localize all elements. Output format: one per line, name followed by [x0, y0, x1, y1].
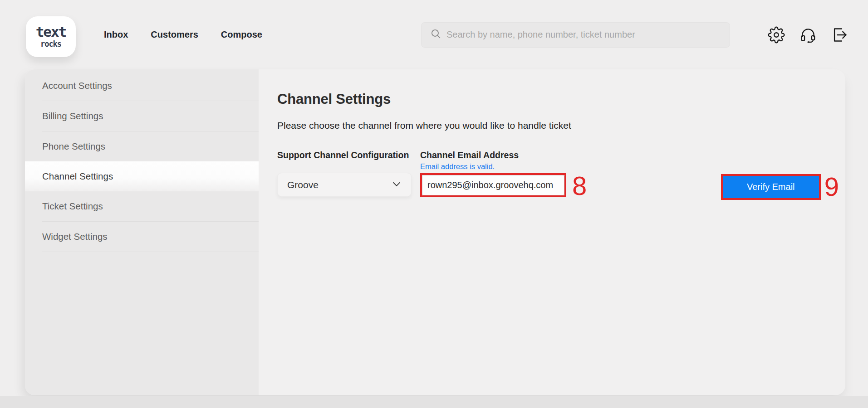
verify-button-annotation-box: Verify Email [721, 174, 821, 200]
page-bottom-strip [0, 396, 868, 408]
sidebar-item-phone-settings[interactable]: Phone Settings [25, 131, 259, 161]
sidebar-item-billing-settings[interactable]: Billing Settings [25, 101, 259, 131]
channel-email-label: Channel Email Address [420, 150, 566, 160]
sidebar-item-channel-settings[interactable]: Channel Settings [25, 161, 259, 191]
sidebar-item-widget-settings[interactable]: Widget Settings [25, 222, 259, 252]
nav-item-inbox[interactable]: Inbox [104, 29, 128, 40]
email-input-annotation-box [420, 173, 566, 197]
top-bar: text rocks Inbox Customers Compose [0, 0, 868, 69]
support-channel-label: Support Channel Configuration [277, 150, 412, 160]
chevron-down-icon [391, 178, 402, 192]
verify-email-area: Verify Email 9 [721, 174, 839, 200]
search-icon [430, 28, 441, 41]
logout-icon[interactable] [831, 26, 848, 44]
page-title: Channel Settings [277, 91, 839, 107]
email-valid-note: Email address is valid. [420, 162, 566, 171]
annotation-number-8: 8 [572, 173, 587, 199]
support-channel-field: Support Channel Configuration Groove [277, 150, 412, 197]
page-subtitle: Please choose the channel from where you… [277, 120, 839, 131]
settings-sidebar: Account Settings Billing Settings Phone … [25, 69, 259, 395]
channel-email-field: Channel Email Address Email address is v… [420, 150, 566, 197]
settings-card: Account Settings Billing Settings Phone … [25, 69, 845, 395]
channel-settings-panel: Channel Settings Please choose the chann… [259, 69, 845, 395]
verify-email-button[interactable]: Verify Email [723, 176, 819, 198]
sidebar-divider [42, 252, 259, 252]
app-window: text rocks Inbox Customers Compose [0, 0, 868, 408]
support-channel-select[interactable]: Groove [277, 173, 412, 197]
search-input[interactable] [446, 29, 723, 40]
support-headset-icon[interactable] [799, 26, 817, 44]
search-bar[interactable] [421, 22, 730, 48]
brand-logo-text: text [36, 25, 66, 39]
settings-gear-icon[interactable] [768, 26, 785, 44]
channel-email-input[interactable] [422, 175, 564, 195]
channel-form-row: Support Channel Configuration Groove Cha… [277, 150, 839, 200]
brand-logo[interactable]: text rocks [26, 16, 76, 57]
nav-item-customers[interactable]: Customers [151, 29, 198, 40]
brand-logo-subtext: rocks [40, 40, 61, 48]
header-actions [768, 26, 848, 44]
sidebar-item-ticket-settings[interactable]: Ticket Settings [25, 191, 259, 221]
support-channel-selected-value: Groove [287, 180, 319, 190]
annotation-number-9: 9 [824, 174, 839, 200]
nav-item-compose[interactable]: Compose [221, 29, 262, 40]
main-nav: Inbox Customers Compose [104, 29, 262, 40]
sidebar-item-account-settings[interactable]: Account Settings [25, 71, 259, 101]
